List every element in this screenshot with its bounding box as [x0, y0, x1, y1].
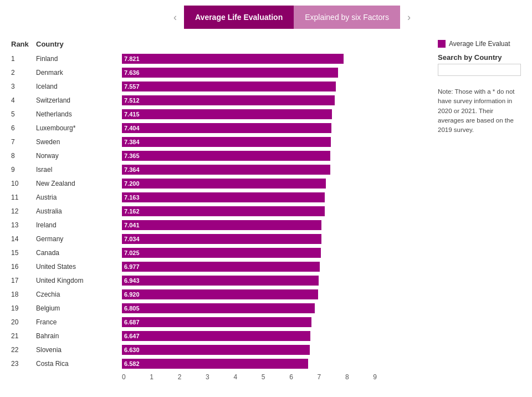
bar-value: 7.636: [124, 69, 140, 76]
country-cell: Belgium: [36, 304, 122, 312]
country-cell: Ireland: [36, 221, 122, 229]
rank-cell: 9: [11, 166, 36, 174]
bar-container: 7.821: [122, 54, 427, 64]
table-header: Rank Country: [11, 40, 427, 48]
tab-average-life[interactable]: Average Life Evaluation: [184, 6, 294, 29]
bar-value: 6.977: [124, 263, 140, 270]
rank-cell: 13: [11, 221, 36, 229]
bar-container: 6.647: [122, 331, 427, 341]
table-row: 22 Slovenia 6.630: [11, 344, 427, 356]
rows-container: 1 Finland 7.821 2 Denmark 7.636 3 Icelan…: [11, 53, 427, 370]
table-row: 23 Costa Rica 6.582: [11, 358, 427, 370]
bar: 7.404: [122, 123, 331, 133]
table-row: 20 France 6.687: [11, 316, 427, 328]
bar: 7.041: [122, 220, 321, 230]
x-axis-label: 3: [206, 373, 209, 381]
legend-color-box: [438, 40, 446, 48]
bar: 6.943: [122, 276, 319, 286]
table-row: 15 Canada 7.025: [11, 247, 427, 259]
table-row: 19 Belgium 6.805: [11, 302, 427, 314]
rank-header: Rank: [11, 40, 36, 48]
bar-value: 6.687: [124, 319, 140, 325]
bar: 6.805: [122, 303, 315, 313]
bar: 6.920: [122, 289, 318, 299]
table-row: 18 Czechia 6.920: [11, 288, 427, 301]
rank-cell: 11: [11, 194, 36, 201]
rank-cell: 12: [11, 207, 36, 215]
rank-cell: 7: [11, 138, 36, 146]
table-row: 9 Israel 7.364: [11, 164, 427, 176]
bar-container: 7.041: [122, 220, 427, 230]
table-row: 5 Netherlands 7.415: [11, 108, 427, 120]
bar-container: 6.630: [122, 345, 427, 355]
bar-container: 7.163: [122, 192, 427, 202]
country-cell: Finland: [36, 55, 122, 63]
bar-value: 7.512: [124, 97, 140, 104]
country-cell: Switzerland: [36, 96, 122, 104]
bar-value: 7.364: [124, 166, 140, 173]
legend-item: Average Life Evaluat: [438, 40, 521, 48]
search-input[interactable]: [438, 64, 521, 76]
rank-cell: 10: [11, 180, 36, 187]
table-row: 7 Sweden 7.384: [11, 136, 427, 148]
bar-container: 7.415: [122, 109, 427, 119]
bar: 6.582: [122, 359, 308, 369]
table-row: 4 Switzerland 7.512: [11, 94, 427, 106]
bar: 6.647: [122, 331, 310, 341]
bar-container: 7.200: [122, 179, 427, 189]
prev-arrow[interactable]: ‹: [166, 6, 184, 29]
table-row: 16 United States 6.977: [11, 261, 427, 273]
x-axis-label: 9: [373, 373, 377, 381]
x-axis-label: 1: [150, 373, 154, 381]
x-axis-label: 4: [233, 373, 237, 381]
x-axis-label: 7: [318, 373, 321, 381]
bar: 7.415: [122, 109, 332, 119]
rank-cell: 4: [11, 96, 36, 104]
bar-value: 6.920: [124, 291, 140, 298]
main-content: Rank Country 1 Finland 7.821 2 Denmark 7…: [11, 40, 521, 381]
country-cell: Germany: [36, 235, 122, 243]
right-panel: Average Life Evaluat Search by Country N…: [432, 40, 521, 381]
country-cell: Israel: [36, 166, 122, 174]
bar: 7.025: [122, 248, 321, 258]
x-axis-label: 0: [122, 373, 126, 381]
rank-cell: 18: [11, 291, 36, 298]
rank-cell: 1: [11, 55, 36, 63]
next-arrow[interactable]: ›: [400, 6, 418, 29]
bar: 7.821: [122, 54, 344, 64]
country-cell: Australia: [36, 207, 122, 215]
bar: 7.384: [122, 137, 331, 147]
bar-container: 7.404: [122, 123, 427, 133]
bar-value: 6.647: [124, 333, 140, 339]
rank-cell: 6: [11, 124, 36, 132]
bar: 7.512: [122, 95, 335, 105]
bar-value: 6.582: [124, 360, 140, 367]
rank-cell: 23: [11, 360, 36, 368]
bar: 7.636: [122, 68, 338, 78]
table-row: 14 Germany 7.034: [11, 233, 427, 245]
bar-value: 6.943: [124, 277, 140, 284]
bar-container: 6.687: [122, 317, 427, 327]
x-axis-label: 6: [289, 373, 293, 381]
bar: 7.034: [122, 234, 321, 244]
bar-container: 6.920: [122, 289, 427, 299]
bar: 6.630: [122, 345, 310, 355]
bar-container: 6.943: [122, 276, 427, 286]
bar-container: 6.582: [122, 359, 427, 369]
country-cell: Netherlands: [36, 110, 122, 118]
country-cell: Denmark: [36, 69, 122, 77]
table-row: 2 Denmark 7.636: [11, 67, 427, 79]
bar: 7.364: [122, 165, 330, 175]
tab-explained[interactable]: Explained by six Factors: [294, 6, 400, 29]
chart-area: Rank Country 1 Finland 7.821 2 Denmark 7…: [11, 40, 427, 381]
table-row: 8 Norway 7.365: [11, 150, 427, 162]
country-cell: United Kingdom: [36, 277, 122, 284]
table-row: 10 New Zealand 7.200: [11, 177, 427, 190]
bar-value: 7.200: [124, 180, 140, 187]
x-axis-labels: 0123456789: [122, 372, 377, 381]
country-cell: Canada: [36, 249, 122, 257]
x-axis-label: 8: [345, 373, 349, 381]
rank-cell: 17: [11, 277, 36, 284]
table-row: 13 Ireland 7.041: [11, 219, 427, 231]
bar-value: 7.557: [124, 83, 140, 90]
